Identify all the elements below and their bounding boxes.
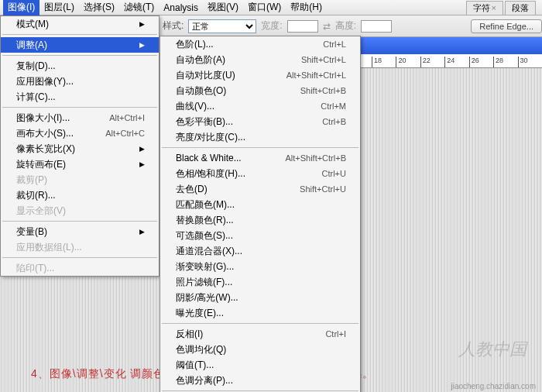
- mi-brightness-contrast[interactable]: 亮度/对比度(C)...: [160, 129, 360, 145]
- menu-separator: [162, 323, 358, 324]
- mi-crop: 裁剪(P): [1, 172, 159, 187]
- panel-tabs: 字符× 段落: [466, 0, 536, 15]
- menu-help[interactable]: 帮助(H): [286, 0, 327, 15]
- menu-image[interactable]: 图像(I): [3, 0, 39, 15]
- menu-separator: [2, 221, 157, 222]
- mi-channel-mixer[interactable]: 通道混合器(X)...: [160, 243, 360, 259]
- mi-black-white[interactable]: Black & White...Alt+Shift+Ctrl+B: [160, 150, 360, 166]
- tab-character[interactable]: 字符×: [466, 1, 503, 15]
- menu-select[interactable]: 选择(S): [79, 0, 119, 15]
- menu-analysis[interactable]: Analysis: [159, 1, 203, 15]
- style-label: 样式:: [163, 19, 184, 33]
- mi-selective-color[interactable]: 可选颜色(S)...: [160, 228, 360, 243]
- chevron-right-icon: ▶: [139, 20, 145, 28]
- mi-auto-color[interactable]: 自动颜色(O)Shift+Ctrl+B: [160, 83, 360, 98]
- mi-invert[interactable]: 反相(I)Ctrl+I: [160, 326, 360, 342]
- mi-desaturate[interactable]: 去色(D)Shift+Ctrl+U: [160, 181, 360, 197]
- menu-view[interactable]: 视图(V): [203, 0, 243, 15]
- mi-auto-levels[interactable]: 自动色阶(A)Shift+Ctrl+L: [160, 52, 360, 67]
- mi-exposure[interactable]: 曝光度(E)...: [160, 305, 360, 321]
- mi-equalize[interactable]: 色调均化(Q): [160, 342, 360, 357]
- menu-window[interactable]: 窗口(W): [243, 0, 286, 15]
- mi-apply-dataset: 应用数据组(L)...: [1, 239, 159, 255]
- refine-edge-button[interactable]: Refine Edge...: [471, 19, 542, 33]
- menu-separator: [162, 147, 358, 148]
- image-menu-dropdown: 模式(M)▶ 调整(A)▶ 复制(D)... 应用图像(Y)... 计算(C).…: [0, 15, 160, 277]
- close-icon[interactable]: ×: [492, 3, 496, 12]
- mi-duplicate[interactable]: 复制(D)...: [1, 58, 159, 74]
- mi-posterize[interactable]: 色调分离(P)...: [160, 373, 360, 388]
- chevron-right-icon: ▶: [139, 145, 145, 153]
- mi-auto-contrast[interactable]: 自动对比度(U)Alt+Shift+Ctrl+L: [160, 67, 360, 83]
- height-input[interactable]: [361, 20, 392, 33]
- mi-pixel-aspect[interactable]: 像素长宽比(X)▶: [1, 141, 159, 156]
- mi-reveal-all: 显示全部(V): [1, 203, 159, 218]
- mi-color-balance[interactable]: 色彩平衡(B)...Ctrl+B: [160, 114, 360, 129]
- watermark-text: jiaocheng.chazidian.com: [451, 382, 536, 390]
- menu-separator: [162, 390, 358, 391]
- mi-levels[interactable]: 色阶(L)...Ctrl+L: [160, 36, 360, 52]
- mi-shadow-highlight[interactable]: 阴影/高光(W)...: [160, 290, 360, 305]
- mi-apply-image[interactable]: 应用图像(Y)...: [1, 74, 159, 89]
- menu-separator: [2, 257, 157, 258]
- style-select[interactable]: 正常: [188, 19, 256, 33]
- mi-photo-filter[interactable]: 照片滤镜(F)...: [160, 274, 360, 290]
- width-input[interactable]: [287, 20, 318, 33]
- mi-replace-color[interactable]: 替换颜色(R)...: [160, 212, 360, 228]
- mi-adjustments[interactable]: 调整(A)▶: [1, 37, 159, 53]
- menu-filter[interactable]: 滤镜(T): [119, 0, 159, 15]
- mi-rotate-canvas[interactable]: 旋转画布(E)▶: [1, 156, 159, 172]
- menubar: 图像(I) 图层(L) 选择(S) 滤镜(T) Analysis 视图(V) 窗…: [0, 0, 542, 15]
- menu-layer[interactable]: 图层(L): [39, 0, 79, 15]
- chevron-right-icon: ▶: [139, 228, 145, 236]
- mi-canvas-size[interactable]: 画布大小(S)...Alt+Ctrl+C: [1, 126, 159, 141]
- mi-calculations[interactable]: 计算(C)...: [1, 89, 159, 105]
- mi-match-color[interactable]: 匹配颜色(M)...: [160, 197, 360, 212]
- link-icon: ⇄: [323, 21, 331, 32]
- mi-trim[interactable]: 裁切(R)...: [1, 187, 159, 203]
- tab-paragraph[interactable]: 段落: [505, 1, 536, 15]
- menu-separator: [2, 34, 157, 35]
- watermark-logo: 人教中国: [458, 338, 527, 361]
- chevron-right-icon: ▶: [139, 41, 145, 49]
- mi-variables[interactable]: 变量(B)▶: [1, 224, 159, 239]
- mi-image-size[interactable]: 图像大小(I)...Alt+Ctrl+I: [1, 110, 159, 126]
- adjustments-submenu: 色阶(L)...Ctrl+L 自动色阶(A)Shift+Ctrl+L 自动对比度…: [160, 36, 361, 392]
- menu-separator: [2, 55, 157, 56]
- width-label: 宽度:: [261, 19, 282, 33]
- height-label: 高度:: [335, 19, 356, 33]
- chevron-right-icon: ▶: [139, 160, 145, 168]
- mi-hue-saturation[interactable]: 色相/饱和度(H)...Ctrl+U: [160, 166, 360, 181]
- mi-trap: 陷印(T)...: [1, 260, 159, 276]
- mi-mode[interactable]: 模式(M)▶: [1, 16, 159, 32]
- mi-threshold[interactable]: 阈值(T)...: [160, 357, 360, 373]
- mi-curves[interactable]: 曲线(V)...Ctrl+M: [160, 98, 360, 114]
- menu-separator: [2, 107, 157, 108]
- mi-gradient-map[interactable]: 渐变映射(G)...: [160, 259, 360, 274]
